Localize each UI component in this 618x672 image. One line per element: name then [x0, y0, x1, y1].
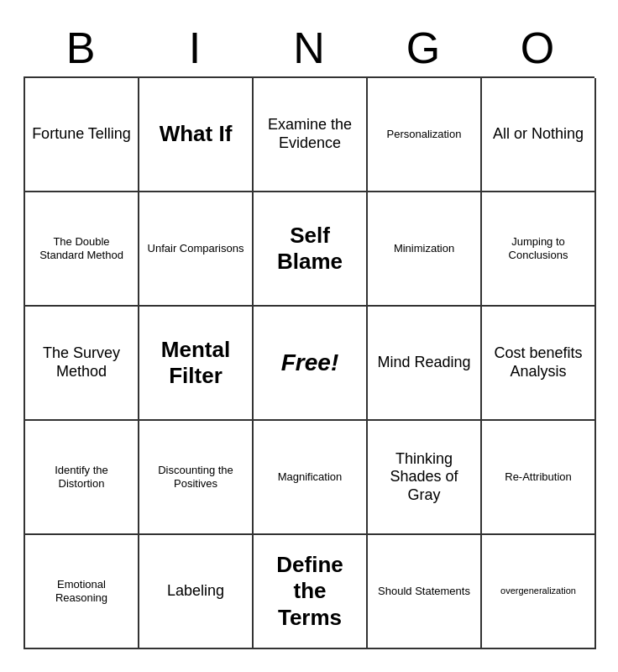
cell-text: Define the Terms [259, 552, 361, 631]
bingo-cell-20[interactable]: Emotional Reasoning [25, 535, 139, 649]
cell-text: Jumping to Conclusions [487, 235, 589, 261]
bingo-cell-0[interactable]: Fortune Telling [25, 78, 139, 192]
header-letter-b: B [26, 23, 135, 73]
bingo-cell-11[interactable]: Mental Filter [139, 307, 254, 421]
bingo-cell-6[interactable]: Unfair Comparisons [139, 192, 254, 307]
cell-text: Personalization [387, 128, 462, 141]
bingo-card: BINGO Fortune TellingWhat IfExamine the … [15, 14, 603, 658]
cell-text: Emotional Reasoning [30, 578, 133, 604]
header-letter-n: N [254, 23, 364, 73]
bingo-grid: Fortune TellingWhat IfExamine the Eviden… [24, 76, 594, 649]
header-letter-o: O [483, 23, 592, 73]
bingo-cell-2[interactable]: Examine the Evidence [254, 78, 368, 192]
cell-text: Magnification [278, 470, 343, 484]
bingo-cell-8[interactable]: Minimization [368, 192, 482, 307]
header-letter-g: G [369, 23, 478, 73]
bingo-cell-21[interactable]: Labeling [139, 535, 254, 649]
cell-text: Identify the Distortion [30, 464, 133, 490]
bingo-cell-15[interactable]: Identify the Distortion [25, 421, 139, 535]
bingo-cell-5[interactable]: The Double Standard Method [25, 192, 139, 307]
bingo-cell-3[interactable]: Personalization [368, 78, 482, 192]
bingo-cell-12[interactable]: Free! [254, 307, 368, 421]
cell-text: Mind Reading [377, 354, 470, 372]
cell-text: Examine the Evidence [259, 116, 361, 152]
bingo-cell-23[interactable]: Should Statements [368, 535, 482, 649]
cell-text: Re-Attribution [505, 470, 571, 484]
bingo-cell-19[interactable]: Re-Attribution [482, 421, 596, 535]
cell-text: Labeling [167, 582, 224, 601]
cell-text: All or Nothing [493, 125, 584, 144]
bingo-cell-18[interactable]: Thinking Shades of Gray [368, 421, 482, 535]
bingo-cell-14[interactable]: Cost benefits Analysis [482, 307, 596, 421]
cell-text: overgeneralization [500, 585, 576, 596]
cell-text: Cost benefits Analysis [487, 344, 589, 381]
cell-text: Self Blame [259, 223, 361, 275]
bingo-header: BINGO [24, 23, 594, 73]
bingo-cell-1[interactable]: What If [139, 78, 254, 192]
header-letter-i: I [140, 23, 249, 73]
bingo-cell-24[interactable]: overgeneralization [482, 535, 596, 649]
bingo-cell-16[interactable]: Discounting the Positives [139, 421, 254, 535]
bingo-cell-13[interactable]: Mind Reading [368, 307, 482, 421]
cell-text: Discounting the Positives [144, 464, 247, 490]
cell-text: What If [160, 121, 233, 147]
cell-text: The Survey Method [30, 344, 133, 381]
bingo-cell-9[interactable]: Jumping to Conclusions [482, 192, 596, 307]
cell-text: Should Statements [378, 585, 470, 598]
bingo-cell-10[interactable]: The Survey Method [25, 307, 139, 421]
cell-text: The Double Standard Method [30, 235, 133, 261]
cell-text: Fortune Telling [32, 125, 131, 144]
cell-text: Mental Filter [144, 337, 247, 389]
cell-text: Thinking Shades of Gray [373, 450, 475, 505]
bingo-cell-4[interactable]: All or Nothing [482, 78, 596, 192]
bingo-cell-7[interactable]: Self Blame [254, 192, 368, 307]
cell-text: Minimization [394, 242, 454, 255]
bingo-cell-17[interactable]: Magnification [254, 421, 368, 535]
cell-text: Unfair Comparisons [148, 242, 244, 255]
cell-text: Free! [281, 349, 338, 377]
bingo-cell-22[interactable]: Define the Terms [254, 535, 368, 649]
